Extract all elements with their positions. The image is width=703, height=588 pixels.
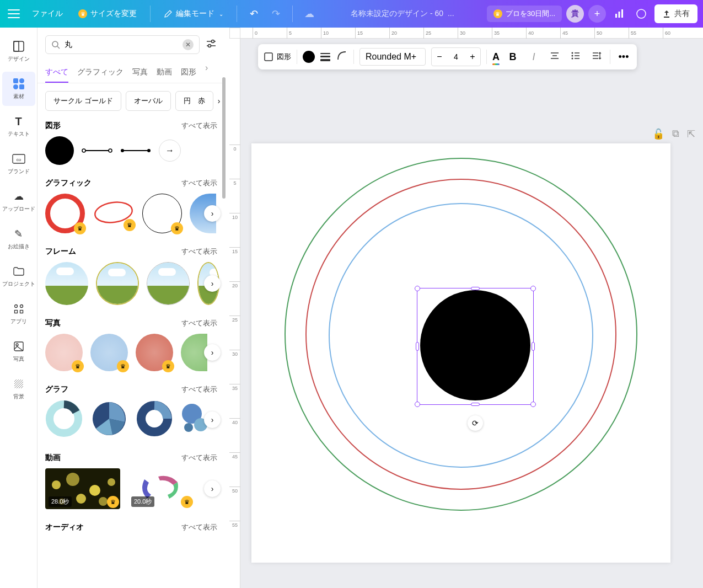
rail-upload[interactable]: ☁アップロード xyxy=(2,184,35,218)
frames-next-icon[interactable]: › xyxy=(204,275,221,292)
chip-oval[interactable]: オーバル xyxy=(126,91,171,111)
handle-e[interactable] xyxy=(532,342,535,351)
pro-trial-button[interactable]: ♛プロを30日間... xyxy=(487,6,562,22)
duplicate-icon[interactable]: ⧉ xyxy=(672,128,679,140)
avatar[interactable]: 貴 xyxy=(566,5,584,23)
rail-photos[interactable]: 写真 xyxy=(2,334,35,368)
tab-shapes[interactable]: 図形 xyxy=(181,63,196,83)
panel-body[interactable]: サークル ゴールド オーバル 円 赤 › 図形すべて表示 → グラフィックすべて… xyxy=(37,83,225,588)
size-value[interactable]: 4 xyxy=(447,52,465,61)
rail-projects[interactable]: プロジェクト xyxy=(2,259,35,293)
more-button[interactable]: ••• xyxy=(616,51,631,63)
see-all-frames[interactable]: すべて表示 xyxy=(181,247,217,256)
share-button[interactable]: 共有 xyxy=(654,4,697,23)
see-all-videos[interactable]: すべて表示 xyxy=(181,453,217,463)
handle-ne[interactable] xyxy=(530,286,536,291)
search-input[interactable] xyxy=(65,40,178,49)
spacing-button[interactable] xyxy=(589,51,604,63)
graphics-next-icon[interactable]: › xyxy=(204,205,221,222)
document-title[interactable]: 名称未設定のデザイン - 60 ... xyxy=(323,9,482,19)
cloud-sync-icon[interactable]: ☁ xyxy=(300,5,318,23)
chips-next-icon[interactable]: › xyxy=(218,93,221,109)
tab-photos[interactable]: 写真 xyxy=(132,63,148,83)
handle-w[interactable] xyxy=(416,342,419,351)
see-all-graphics[interactable]: すべて表示 xyxy=(181,178,217,188)
rail-elements[interactable]: 素材 xyxy=(2,72,35,106)
videos-next-icon[interactable]: › xyxy=(204,480,221,497)
photo-green[interactable] xyxy=(181,334,207,371)
corner-style-button[interactable] xyxy=(336,50,348,64)
frame-3[interactable] xyxy=(147,262,190,305)
graphic-black-outline[interactable]: ♛ xyxy=(142,194,182,233)
size-plus-button[interactable]: + xyxy=(465,48,480,66)
fill-color-button[interactable] xyxy=(303,51,315,63)
size-minus-button[interactable]: − xyxy=(432,48,447,66)
graph-donut-2[interactable] xyxy=(136,400,173,440)
handle-nw[interactable] xyxy=(415,286,420,291)
see-all-shapes[interactable]: すべて表示 xyxy=(181,121,217,131)
graph-donut-1[interactable] xyxy=(45,400,83,440)
list-button[interactable] xyxy=(568,51,583,63)
text-color-button[interactable]: A xyxy=(492,51,500,63)
graph-pie-1[interactable] xyxy=(90,400,128,440)
shapes-next-button[interactable]: → xyxy=(159,140,181,162)
photo-red[interactable]: ♛ xyxy=(136,334,173,371)
handle-se[interactable] xyxy=(530,402,536,407)
settings-icon[interactable] xyxy=(205,38,217,52)
clear-button[interactable]: ✕ xyxy=(183,39,194,50)
stroke-style-button[interactable] xyxy=(320,53,330,61)
lock-icon[interactable]: 🔓 xyxy=(652,128,664,140)
rail-apps[interactable]: アプリ xyxy=(2,297,35,331)
shape-circle[interactable] xyxy=(45,136,74,165)
handle-n[interactable] xyxy=(471,287,480,290)
menu-icon[interactable] xyxy=(6,6,22,22)
frame-1[interactable] xyxy=(45,262,88,305)
see-all-graphs[interactable]: すべて表示 xyxy=(181,384,217,394)
handle-sw[interactable] xyxy=(415,402,420,407)
export-icon[interactable]: ⇱ xyxy=(687,128,695,140)
photos-next-icon[interactable]: › xyxy=(204,344,221,361)
redo-button[interactable]: ↷ xyxy=(267,5,285,23)
rail-draw[interactable]: ✎お絵描き xyxy=(2,222,35,256)
see-all-photos[interactable]: すべて表示 xyxy=(181,318,217,328)
edit-mode-menu[interactable]: 編集モード⌄ xyxy=(158,7,229,21)
rail-brand[interactable]: coブランド xyxy=(2,147,35,181)
chip-red-circle[interactable]: 円 赤 xyxy=(175,91,213,111)
rail-bg[interactable]: 背景 xyxy=(2,372,35,406)
video-1[interactable]: 28.0秒 ♛ xyxy=(45,468,120,509)
graphic-red-ring[interactable]: ♛ xyxy=(45,194,85,233)
graphs-next-icon[interactable]: › xyxy=(204,411,221,428)
add-user-button[interactable]: + xyxy=(588,5,606,23)
tab-videos[interactable]: 動画 xyxy=(157,63,172,83)
tab-all[interactable]: すべて xyxy=(45,63,68,83)
graphic-red-oval[interactable]: ♛ xyxy=(93,197,135,230)
tab-graphics[interactable]: グラフィック xyxy=(77,63,124,83)
font-family-select[interactable]: Rounded M+ xyxy=(359,48,426,66)
align-button[interactable] xyxy=(547,51,562,63)
photo-pink[interactable]: ♛ xyxy=(45,334,83,371)
file-menu[interactable]: ファイル xyxy=(26,7,68,21)
analytics-icon[interactable] xyxy=(610,5,628,23)
undo-button[interactable]: ↶ xyxy=(245,5,262,23)
comment-icon[interactable] xyxy=(632,5,650,23)
see-all-audio[interactable]: すべて表示 xyxy=(181,522,217,532)
graph-bubbles[interactable] xyxy=(181,400,207,440)
bold-button[interactable]: B xyxy=(505,51,520,63)
rail-design[interactable]: デザイン xyxy=(2,34,35,68)
tabs-next-icon[interactable]: › xyxy=(205,63,208,83)
frame-2[interactable] xyxy=(96,262,139,305)
chip-circle-gold[interactable]: サークル ゴールド xyxy=(45,91,121,111)
handle-s[interactable] xyxy=(471,403,480,406)
italic-button[interactable]: I xyxy=(526,51,541,63)
video-2[interactable]: 20.0秒 ♛ xyxy=(128,468,194,509)
resize-button[interactable]: ♛サイズを変更 xyxy=(73,7,142,21)
rail-text[interactable]: Tテキスト xyxy=(2,109,35,143)
panel-resizer[interactable] xyxy=(225,28,229,588)
photo-blue[interactable]: ♛ xyxy=(90,334,128,371)
selection-box[interactable]: ⟳ xyxy=(417,288,534,405)
shape-line-1[interactable] xyxy=(82,146,112,156)
shape-line-2[interactable] xyxy=(120,146,151,156)
rotate-button[interactable]: ⟳ xyxy=(468,415,483,431)
search-box[interactable]: ✕ xyxy=(45,35,200,54)
shape-type-button[interactable]: 図形 xyxy=(264,52,291,62)
